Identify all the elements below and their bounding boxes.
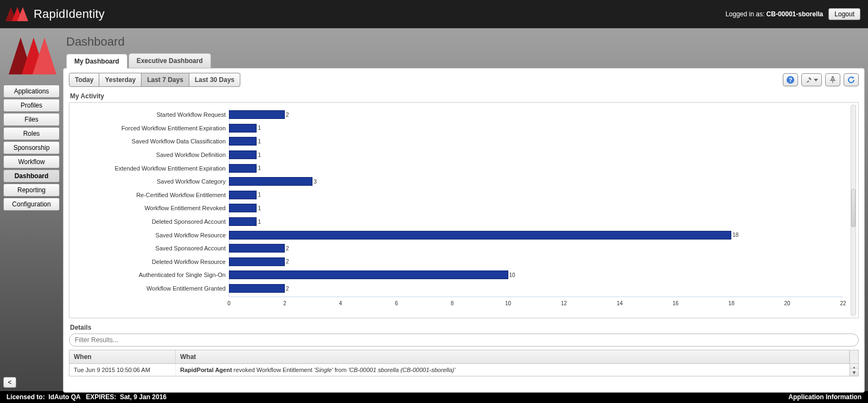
chart-bar[interactable] (229, 164, 257, 173)
column-header-what[interactable]: What (176, 350, 850, 363)
chart-bar-row: 18 (229, 228, 843, 242)
column-header-when[interactable]: When (69, 350, 176, 363)
chart-category-label: Saved Workflow Category (72, 175, 229, 188)
chart-x-tick: 14 (617, 300, 623, 306)
grid-scrollbar[interactable]: ▲ ▼ (850, 364, 858, 376)
cell-what-target: 'CB-00001 sborella (CB-00001-sborella)' (348, 367, 455, 373)
chart-bar[interactable] (229, 137, 257, 146)
chart-bar[interactable] (229, 177, 312, 186)
pin-icon (829, 76, 837, 84)
chart-scrollbar-thumb[interactable] (851, 189, 856, 227)
chart-category-label: Forced Workflow Entitlement Expiration (72, 122, 229, 135)
chart-bar-value: 1 (258, 125, 261, 131)
page-title: Dashboard (66, 35, 865, 49)
chart-bar-value: 1 (258, 219, 261, 225)
footer-app-info[interactable]: Application Information (788, 393, 861, 401)
range-yesterday[interactable]: Yesterday (99, 73, 142, 87)
sidebar-collapse-button[interactable]: < (3, 377, 16, 388)
dashboard-panel: TodayYesterdayLast 7 DaysLast 30 Days ? … (63, 68, 865, 393)
activity-chart: Started Workflow RequestForced Workflow … (69, 102, 859, 318)
pin-button[interactable] (825, 73, 840, 86)
cell-when: Tue Jun 9 2015 10:50:06 AM (69, 364, 176, 376)
brand-logo-icon (4, 5, 28, 23)
chart-bar[interactable] (229, 150, 257, 159)
chart-category-label: Deleted Workflow Resource (72, 255, 229, 269)
chart-bar-row: 1 (229, 215, 843, 229)
chart-bar[interactable] (229, 270, 508, 279)
chart-bar-value: 2 (286, 286, 289, 292)
chart-category-label: Re-Certified Workflow Entitlement (72, 188, 229, 202)
chart-x-tick: 16 (673, 300, 679, 306)
tools-icon (806, 77, 812, 83)
chart-category-label: Deleted Sponsored Account (72, 215, 229, 229)
sidebar-item-configuration[interactable]: Configuration (3, 198, 60, 211)
chart-bar-row: 2 (229, 242, 843, 255)
footer-expires-label: EXPIRES: (86, 393, 116, 401)
chart-scrollbar[interactable] (851, 105, 856, 316)
range-today[interactable]: Today (69, 73, 99, 87)
chart-category-label: Saved Workflow Data Classification (72, 135, 229, 148)
chart-bar-row: 1 (229, 135, 843, 148)
chart-bar[interactable] (229, 191, 257, 199)
chevron-down-icon (814, 78, 818, 82)
chart-bar[interactable] (229, 231, 731, 240)
sidebar-item-profiles[interactable]: Profiles (3, 99, 60, 112)
sidebar-item-sponsorship[interactable]: Sponsorship (3, 141, 60, 154)
sidebar: ApplicationsProfilesFilesRolesSponsorshi… (2, 28, 61, 214)
sidebar-item-workflow[interactable]: Workflow (3, 155, 60, 168)
sidebar-item-roles[interactable]: Roles (3, 127, 60, 140)
chart-bar-row: 1 (229, 148, 843, 162)
chart-bar-value: 1 (258, 138, 261, 144)
brand: RapidIdentity (4, 5, 105, 23)
footer-licensed: Licensed to: IdAuto QA EXPIRES: Sat, 9 J… (7, 393, 167, 401)
chart-bar[interactable] (229, 110, 285, 119)
chart-bar[interactable] (229, 244, 285, 253)
refresh-button[interactable] (844, 73, 859, 86)
chart-bar-row: 10 (229, 268, 843, 282)
sidebar-item-applications[interactable]: Applications (3, 85, 60, 98)
svg-marker-8 (814, 79, 818, 81)
chart-bar-value: 2 (286, 112, 289, 118)
brand-title: RapidIdentity (34, 7, 105, 21)
page-tabs: My DashboardExecutive Dashboard (66, 53, 865, 68)
logout-button[interactable]: Logout (828, 8, 860, 20)
activity-section-title: My Activity (70, 92, 859, 100)
table-row[interactable]: Tue Jun 9 2015 10:50:06 AM RapidPortal A… (69, 364, 850, 376)
chart-bar-row: 2 (229, 282, 843, 295)
chart-category-label: Extended Workflow Entitlement Expiration (72, 161, 229, 175)
cell-what-text1: revoked Workflow Entitlement (232, 367, 314, 373)
details-grid-header: When What (69, 350, 858, 364)
chart-bar-row: 2 (229, 108, 843, 122)
chart-bar[interactable] (229, 124, 257, 133)
svg-marker-9 (852, 77, 854, 79)
settings-split-button[interactable] (801, 73, 822, 86)
chart-x-tick: 12 (561, 300, 567, 306)
sidebar-item-files[interactable]: Files (3, 113, 60, 126)
chart-bar-row: 2 (229, 255, 843, 269)
sidebar-item-reporting[interactable]: Reporting (3, 184, 60, 197)
details-section-title: Details (70, 324, 859, 331)
chart-bar[interactable] (229, 284, 285, 293)
svg-text:?: ? (789, 77, 793, 83)
scroll-down-icon[interactable]: ▼ (850, 368, 858, 376)
tab-my-dashboard[interactable]: My Dashboard (66, 54, 127, 68)
range-segmented: TodayYesterdayLast 7 DaysLast 30 Days (69, 73, 240, 87)
help-button[interactable]: ? (783, 73, 798, 86)
chart-bar[interactable] (229, 257, 285, 266)
chart-bar[interactable] (229, 217, 257, 226)
chart-category-label: Saved Workflow Resource (72, 228, 229, 242)
chart-bar[interactable] (229, 204, 257, 212)
sidebar-item-dashboard[interactable]: Dashboard (3, 169, 60, 182)
cell-what: RapidPortal Agent revoked Workflow Entit… (176, 364, 850, 376)
range-last-30-days[interactable]: Last 30 Days (189, 73, 240, 87)
chart-x-tick: 8 (451, 300, 454, 306)
filter-input[interactable] (69, 333, 859, 347)
range-last-7-days[interactable]: Last 7 Days (142, 73, 189, 87)
help-icon: ? (786, 75, 795, 84)
grid-scroll-gutter-head (850, 350, 858, 363)
chart-category-label: Saved Workflow Definition (72, 148, 229, 162)
chart-x-tick: 0 (227, 300, 231, 306)
tab-executive-dashboard[interactable]: Executive Dashboard (129, 53, 211, 68)
cell-what-text2: from (333, 367, 348, 373)
chart-category-label: Started Workflow Request (72, 108, 229, 122)
